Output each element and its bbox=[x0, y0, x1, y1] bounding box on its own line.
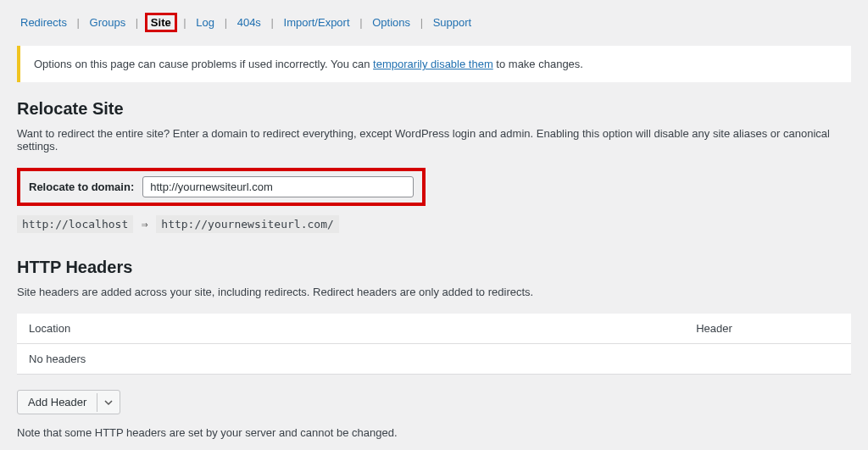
tab-separator: | bbox=[77, 16, 80, 29]
tab-separator: | bbox=[183, 16, 186, 29]
relocate-desc: Want to redirect the entire site? Enter … bbox=[17, 127, 851, 153]
tab-redirects[interactable]: Redirects bbox=[17, 14, 70, 31]
tab-options[interactable]: Options bbox=[369, 14, 414, 31]
tab-404s[interactable]: 404s bbox=[234, 14, 264, 31]
headers-title: HTTP Headers bbox=[17, 258, 851, 277]
headers-note: Note that some HTTP headers are set by y… bbox=[17, 426, 851, 439]
tab-log[interactable]: Log bbox=[192, 14, 218, 31]
relocate-label: Relocate to domain: bbox=[29, 181, 134, 193]
tab-groups[interactable]: Groups bbox=[86, 14, 130, 31]
table-row: No headers bbox=[17, 344, 851, 375]
no-headers-text: No headers bbox=[17, 344, 851, 375]
tab-import-export[interactable]: Import/Export bbox=[281, 14, 353, 31]
col-header: Header bbox=[684, 314, 851, 344]
headers-section: HTTP Headers Site headers are added acro… bbox=[0, 258, 868, 450]
arrow-icon: ⇒ bbox=[136, 218, 153, 231]
notice-text-suffix: to make changes. bbox=[493, 58, 583, 70]
active-tab-highlight: Site bbox=[145, 13, 177, 32]
redirect-to: http://yournewsiteurl.com/ bbox=[156, 215, 339, 233]
relocate-input-row: Relocate to domain: bbox=[17, 168, 426, 206]
redirect-preview: http://localhost ⇒ http://yournewsiteurl… bbox=[17, 218, 339, 231]
headers-table: Location Header No headers bbox=[17, 314, 851, 375]
col-location: Location bbox=[17, 314, 684, 344]
tab-separator: | bbox=[359, 16, 362, 29]
redirect-from: http://localhost bbox=[17, 215, 133, 233]
relocate-domain-input[interactable] bbox=[142, 176, 414, 197]
tab-separator: | bbox=[420, 16, 423, 29]
tab-support[interactable]: Support bbox=[430, 14, 476, 31]
tab-separator: | bbox=[271, 16, 274, 29]
tab-separator: | bbox=[136, 16, 138, 29]
notice-link-disable[interactable]: temporarily disable them bbox=[373, 58, 493, 70]
headers-desc: Site headers are added across your site,… bbox=[17, 286, 851, 298]
add-header-button[interactable]: Add Header bbox=[17, 390, 120, 414]
relocate-title: Relocate Site bbox=[17, 99, 851, 119]
tab-site[interactable]: Site bbox=[147, 14, 175, 31]
warning-notice: Options on this page can cause problems … bbox=[17, 46, 851, 82]
add-header-label: Add Header bbox=[18, 391, 97, 414]
relocate-section: Relocate Site Want to redirect the entir… bbox=[0, 99, 868, 251]
nav-tabs: Redirects | Groups | Site | Log | 404s |… bbox=[0, 0, 868, 39]
chevron-down-icon[interactable] bbox=[97, 393, 120, 412]
tab-separator: | bbox=[225, 16, 227, 29]
notice-text-prefix: Options on this page can cause problems … bbox=[34, 58, 373, 70]
